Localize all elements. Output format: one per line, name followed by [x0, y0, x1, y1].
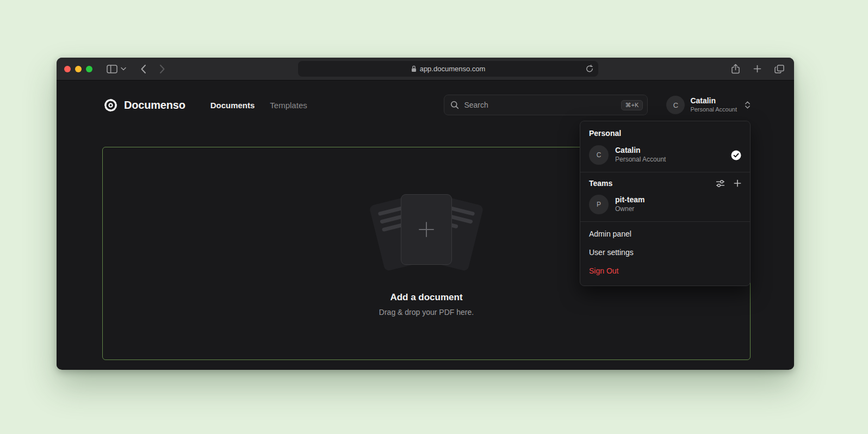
- dropzone-subtitle: Drag & drop your PDF here.: [379, 308, 474, 317]
- create-team-button[interactable]: [734, 179, 741, 187]
- nav-documents[interactable]: Documents: [210, 101, 255, 110]
- menu-item-user-settings[interactable]: User settings: [580, 243, 750, 262]
- brand-logo[interactable]: Documenso: [103, 98, 185, 113]
- avatar: C: [589, 145, 609, 165]
- share-button[interactable]: [731, 64, 740, 74]
- account-type: Personal Account: [615, 156, 666, 164]
- teams-section-header: Teams: [580, 172, 750, 192]
- back-button[interactable]: [140, 64, 146, 74]
- account-type: Personal Account: [690, 106, 737, 113]
- main-nav: Documents Templates: [210, 101, 307, 110]
- team-name: pit-team: [615, 195, 644, 205]
- new-tab-button[interactable]: [753, 65, 761, 73]
- address-bar[interactable]: app.documenso.com: [298, 61, 598, 77]
- document-card-center: [401, 194, 452, 265]
- sidebar-chevron-down-icon[interactable]: [121, 67, 126, 71]
- plus-icon: [417, 220, 436, 239]
- traffic-lights: [64, 66, 92, 72]
- personal-section-label: Personal: [580, 121, 750, 142]
- documenso-app: Documenso Documents Templates ⌘+K C Cata…: [57, 80, 794, 369]
- brand-name: Documenso: [124, 99, 185, 111]
- chevron-up-down-icon: [745, 101, 751, 109]
- search-input[interactable]: [464, 101, 616, 109]
- selected-check-icon: [731, 150, 741, 160]
- personal-account-item[interactable]: C Catalin Personal Account: [580, 142, 750, 172]
- manage-teams-button[interactable]: [716, 179, 725, 188]
- nav-templates[interactable]: Templates: [270, 101, 307, 110]
- avatar: C: [666, 96, 685, 114]
- browser-toolbar: app.documenso.com: [57, 58, 794, 80]
- forward-button[interactable]: [159, 64, 165, 74]
- browser-window: app.documenso.com: [57, 58, 794, 370]
- sidebar-toggle-button[interactable]: [107, 65, 117, 73]
- team-role: Owner: [615, 205, 644, 214]
- refresh-button[interactable]: [586, 65, 593, 73]
- search-icon: [450, 101, 459, 109]
- account-menu-button[interactable]: C Catalin Personal Account: [666, 96, 751, 114]
- zoom-window-button[interactable]: [86, 66, 92, 72]
- account-name: Catalin: [690, 96, 737, 106]
- minimize-window-button[interactable]: [75, 66, 82, 72]
- teams-section-label: Teams: [589, 179, 612, 188]
- menu-item-admin-panel[interactable]: Admin panel: [580, 225, 750, 243]
- tab-overview-button[interactable]: [774, 65, 784, 73]
- account-dropdown-menu: Personal C Catalin Personal Account Team…: [580, 121, 751, 286]
- dropzone-title: Add a document: [390, 292, 462, 303]
- search-shortcut-badge: ⌘+K: [621, 100, 643, 110]
- close-window-button[interactable]: [64, 66, 71, 72]
- account-name: Catalin: [615, 146, 666, 156]
- search-bar[interactable]: ⌘+K: [444, 95, 648, 115]
- team-item[interactable]: P pit-team Owner: [580, 192, 750, 221]
- url-text: app.documenso.com: [420, 65, 486, 73]
- menu-item-sign-out[interactable]: Sign Out: [580, 262, 750, 280]
- document-stack-illustration: [368, 191, 485, 274]
- documenso-logo-icon: [103, 98, 118, 113]
- lock-icon: [411, 65, 417, 72]
- team-avatar: P: [589, 195, 609, 214]
